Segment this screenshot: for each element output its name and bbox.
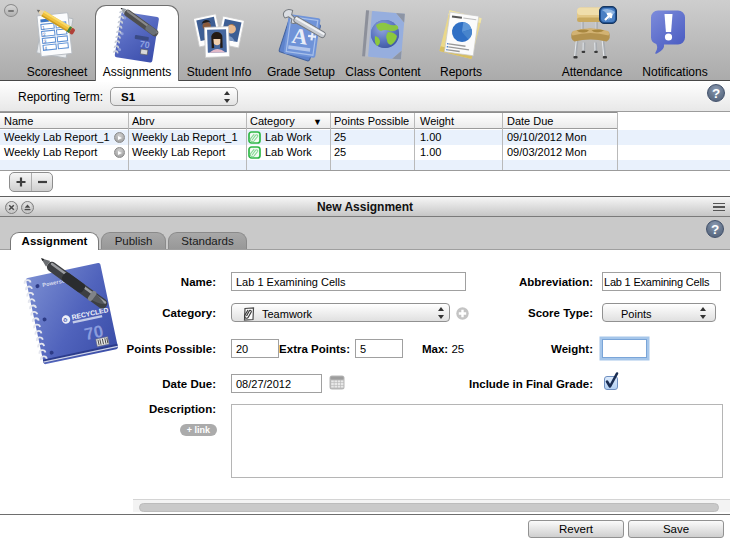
svg-text:70: 70	[139, 39, 150, 50]
